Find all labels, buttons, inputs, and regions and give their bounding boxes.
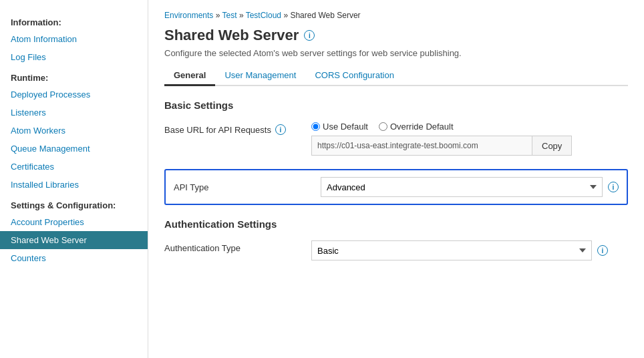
page-subtitle: Configure the selected Atom's web server… [164,48,628,58]
page-title-info-icon[interactable]: i [304,30,315,41]
url-row: Copy [311,136,628,156]
auth-settings-header: Authentication Settings [164,218,628,230]
radio-override-default[interactable]: Override Default [379,122,454,132]
breadcrumb-environments[interactable]: Environments [164,11,213,20]
tab-cors-configuration[interactable]: CORS Configuration [305,66,404,86]
api-type-info-icon[interactable]: i [608,182,619,192]
radio-group: Use Default Override Default [311,122,628,132]
sidebar-item-atom-information[interactable]: Atom Information [0,30,148,48]
url-input[interactable] [311,136,532,156]
auth-type-select[interactable]: Basic Client Certificate Custom None [311,240,592,260]
copy-button[interactable]: Copy [532,136,572,156]
base-url-label: Base URL for API Requests i [164,122,311,135]
api-type-label: API Type [174,182,321,192]
breadcrumb-sep3: » [283,11,290,20]
sidebar-item-account-properties[interactable]: Account Properties [0,213,148,231]
api-type-row: API Type Advanced Intermediate Basic i [164,169,628,205]
api-type-select[interactable]: Advanced Intermediate Basic [321,177,603,197]
radio-override-default-input[interactable] [379,122,387,131]
sidebar-section-runtime: Runtime: [0,66,148,85]
auth-type-control: Basic Client Certificate Custom None i [311,240,628,260]
tab-general[interactable]: General [164,66,215,86]
sidebar-section-information: Information: [0,11,148,30]
tab-user-management[interactable]: User Management [215,66,305,86]
page-title-row: Shared Web Server i [164,27,628,44]
breadcrumb-sep2: » [239,11,246,20]
page-title: Shared Web Server [164,27,299,44]
radio-override-default-label: Override Default [390,122,454,132]
api-type-select-wrap: Advanced Intermediate Basic i [321,177,619,197]
auth-type-label: Authentication Type [164,240,311,253]
sidebar-item-counters[interactable]: Counters [0,249,148,267]
sidebar: Information: Atom Information Log Files … [0,0,148,358]
sidebar-item-listeners[interactable]: Listeners [0,104,148,122]
sidebar-item-log-files[interactable]: Log Files [0,48,148,66]
sidebar-item-queue-management[interactable]: Queue Management [0,140,148,158]
tab-bar: General User Management CORS Configurati… [164,66,628,86]
radio-use-default[interactable]: Use Default [311,122,368,132]
sidebar-item-shared-web-server[interactable]: Shared Web Server [0,231,148,249]
radio-use-default-input[interactable] [311,122,320,131]
breadcrumb-sep1: » [216,11,222,20]
api-type-inner: API Type Advanced Intermediate Basic i [174,177,619,197]
base-url-row: Base URL for API Requests i Use Default … [164,122,628,156]
breadcrumb: Environments » Test » TestCloud » Shared… [164,11,628,20]
breadcrumb-test[interactable]: Test [222,11,237,20]
sidebar-item-deployed-processes[interactable]: Deployed Processes [0,85,148,104]
base-url-control: Use Default Override Default Copy [311,122,628,156]
sidebar-item-atom-workers[interactable]: Atom Workers [0,122,148,140]
sidebar-item-certificates[interactable]: Certificates [0,158,148,176]
auth-select-wrap: Basic Client Certificate Custom None i [311,240,628,260]
radio-use-default-label: Use Default [323,122,368,132]
sidebar-item-installed-libraries[interactable]: Installed Libraries [0,176,148,194]
breadcrumb-testcloud[interactable]: TestCloud [246,11,281,20]
auth-settings-section: Authentication Settings Authentication T… [164,218,628,260]
auth-type-info-icon[interactable]: i [597,245,608,256]
base-url-info-icon[interactable]: i [275,124,286,135]
sidebar-section-settings: Settings & Configuration: [0,194,148,213]
auth-type-row: Authentication Type Basic Client Certifi… [164,240,628,260]
main-content: Environments » Test » TestCloud » Shared… [148,0,644,358]
basic-settings-header: Basic Settings [164,100,628,111]
breadcrumb-current: Shared Web Server [290,11,360,20]
